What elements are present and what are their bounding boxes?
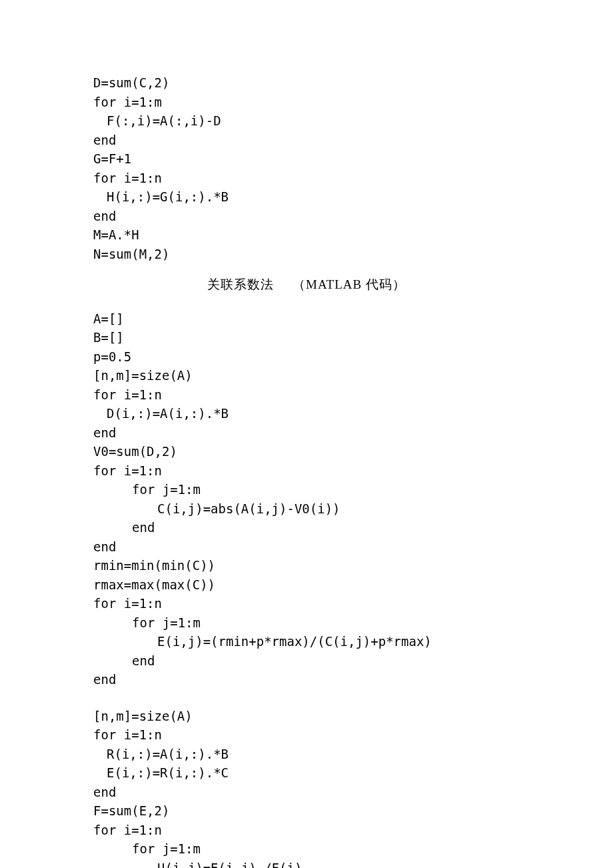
code-line: R(i,:)=A(i,:).*B [93, 745, 520, 764]
code-line: for i=1:n [93, 821, 520, 840]
spacer [93, 695, 520, 707]
code-line: H(i,:)=G(i,:).*B [93, 187, 520, 207]
code-line: E(i,j)=(rmin+p*rmax)/(C(i,j)+p*rmax) [93, 632, 520, 651]
section-title: 关联系数法（MATLAB 代码） [93, 275, 520, 295]
code-line: end [93, 131, 520, 150]
code-line: p=0.5 [93, 347, 520, 367]
code-line: for j=1:m [93, 839, 520, 859]
code-line: end [93, 207, 520, 226]
code-line: M=A.*H [93, 225, 520, 245]
code-line: D(i,:)=A(i,:).*B [93, 404, 520, 423]
code-line: for j=1:m [93, 480, 520, 499]
code-line: end [93, 537, 520, 557]
code-block-3: [n,m]=size(A) for i=1:n R(i,:)=A(i,:).*B… [93, 707, 520, 869]
title-right: （MATLAB 代码） [293, 277, 406, 291]
code-line: end [93, 670, 520, 689]
code-line: N=sum(M,2) [93, 245, 520, 264]
code-line: for i=1:n [93, 594, 520, 613]
code-line: [n,m]=size(A) [93, 366, 520, 385]
code-line: end [93, 518, 520, 537]
code-block-1: D=sum(C,2) for i=1:m F(:,i)=A(:,i)-D end… [93, 73, 520, 263]
code-line: end [93, 423, 520, 443]
code-line: F=sum(E,2) [93, 801, 520, 821]
code-line: C(i,j)=abs(A(i,j)-V0(i)) [93, 499, 520, 519]
code-line: rmax=max(max(C)) [93, 575, 520, 595]
code-line: end [93, 783, 520, 802]
code-line: V0=sum(D,2) [93, 442, 520, 461]
code-line: D=sum(C,2) [93, 73, 520, 93]
code-line: E(i,:)=R(i,:).*C [93, 763, 520, 783]
code-block-2: A=[] B=[] p=0.5 [n,m]=size(A) for i=1:n … [93, 309, 520, 689]
title-left: 关联系数法 [207, 277, 274, 291]
code-line: for i=1:n [93, 461, 520, 481]
code-line: for i=1:n [93, 385, 520, 405]
code-line: A=[] [93, 309, 520, 329]
code-line: for i=1:m [93, 93, 520, 112]
code-line: U(i,j)=E(i,j)./F(i) [93, 859, 520, 869]
code-line: for i=1:n [93, 725, 520, 745]
code-line: B=[] [93, 328, 520, 347]
code-line: end [93, 651, 520, 671]
code-line: for j=1:m [93, 613, 520, 633]
code-line: F(:,i)=A(:,i)-D [93, 111, 520, 131]
code-line: for i=1:n [93, 169, 520, 188]
code-line: G=F+1 [93, 149, 520, 169]
code-line: rmin=min(min(C)) [93, 556, 520, 575]
code-line: [n,m]=size(A) [93, 707, 520, 726]
